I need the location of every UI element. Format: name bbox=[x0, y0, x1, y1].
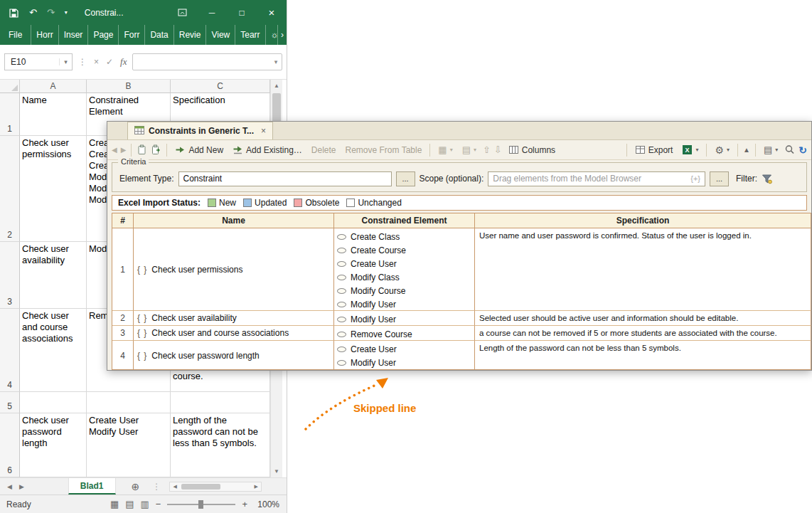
row-header-6[interactable]: 6 bbox=[0, 413, 20, 477]
tab-close-icon[interactable]: × bbox=[261, 126, 266, 136]
element-type-browse-button[interactable]: ... bbox=[396, 171, 415, 186]
element-type-field[interactable]: Constraint bbox=[178, 171, 392, 186]
cell-a4[interactable]: Check user and course associations bbox=[20, 309, 87, 392]
cell-c6[interactable]: Length of the password can not be less t… bbox=[171, 413, 270, 477]
ribbon-overflow-icon[interactable]: › bbox=[278, 25, 287, 45]
element-item[interactable]: Modify User bbox=[337, 356, 471, 369]
search-icon[interactable] bbox=[784, 144, 795, 155]
settings-button[interactable]: ⚙ ▾ bbox=[712, 144, 732, 157]
zoom-slider[interactable] bbox=[167, 499, 235, 509]
zoom-level[interactable]: 100% bbox=[254, 499, 279, 509]
insert-function-icon[interactable]: fx bbox=[120, 56, 127, 68]
forward-icon[interactable]: ▶ bbox=[121, 147, 127, 154]
ribbon-tab-data[interactable]: Data bbox=[145, 25, 173, 45]
tell-me-box[interactable]: ☼ Tell m bbox=[266, 25, 278, 45]
element-item[interactable]: Modify User bbox=[337, 312, 471, 326]
specification-cell[interactable]: User name and user password is confirmed… bbox=[475, 228, 811, 311]
name-box[interactable]: E10 ▾ bbox=[4, 53, 73, 70]
column-header-a[interactable]: A bbox=[20, 80, 87, 93]
move-up-icon[interactable]: ⇧ bbox=[483, 145, 491, 154]
constrained-elements-cell[interactable]: Remove Course bbox=[334, 326, 475, 341]
cell-a2[interactable]: Check user permissions bbox=[20, 136, 87, 242]
ribbon-tab-formulas[interactable]: Forr bbox=[119, 25, 145, 45]
specification-cell[interactable]: Selected user should be active user and … bbox=[475, 311, 811, 326]
filter-funnel-icon[interactable] bbox=[762, 173, 772, 184]
row-number[interactable]: 2 bbox=[112, 311, 134, 326]
element-item[interactable]: Modify Course bbox=[337, 284, 471, 297]
excel-export-icon[interactable]: X ▾ bbox=[679, 143, 701, 157]
row-header-3[interactable]: 3 bbox=[0, 242, 20, 309]
ribbon-tab-home[interactable]: Horr bbox=[31, 25, 58, 45]
header-number[interactable]: # bbox=[112, 213, 134, 228]
settings-dropdown-icon[interactable]: ▾ bbox=[727, 147, 730, 153]
back-icon[interactable]: ◀ bbox=[112, 147, 117, 154]
name-box-dropdown-icon[interactable]: ▾ bbox=[59, 58, 72, 65]
row-number[interactable]: 4 bbox=[112, 341, 134, 370]
paste-icon[interactable] bbox=[151, 144, 161, 155]
scroll-down-icon[interactable]: ▼ bbox=[271, 465, 282, 477]
ribbon-tab-page-layout[interactable]: Page bbox=[88, 25, 119, 45]
horizontal-scroll-thumb[interactable] bbox=[181, 484, 220, 490]
sheet-next-icon[interactable]: ▶ bbox=[19, 483, 24, 490]
export-button[interactable]: Export bbox=[632, 143, 676, 157]
ribbon-tab-team[interactable]: Tearr bbox=[235, 25, 265, 45]
ribbon-display-options-icon[interactable] bbox=[167, 4, 197, 21]
element-item[interactable]: Create Class bbox=[337, 230, 471, 243]
select-all-corner[interactable] bbox=[0, 80, 20, 93]
row-number[interactable]: 3 bbox=[112, 326, 134, 341]
add-existing-button[interactable]: Add Existing… bbox=[230, 143, 305, 157]
element-item[interactable]: Create User bbox=[337, 342, 471, 356]
undo-icon[interactable]: ↶ bbox=[29, 7, 37, 18]
remove-from-table-button[interactable]: Remove From Table bbox=[343, 144, 425, 157]
sheet-tab-blad1[interactable]: Blad1 bbox=[68, 478, 116, 495]
maximize-button[interactable]: □ bbox=[227, 5, 257, 21]
cell-a6[interactable]: Check user password length bbox=[20, 413, 87, 477]
tab-constraints-table[interactable]: Constraints in Generic T... × bbox=[127, 122, 273, 139]
scope-browse-button[interactable]: ... bbox=[710, 171, 729, 186]
refresh-icon[interactable]: ↻ bbox=[798, 145, 807, 155]
element-item[interactable]: Modify User bbox=[337, 297, 471, 311]
cell-a5[interactable] bbox=[20, 392, 87, 413]
specification-cell[interactable]: a course can not be removed if 5 or more… bbox=[475, 326, 811, 341]
element-item[interactable]: Modify Class bbox=[337, 270, 471, 284]
view-mode-dropdown-icon[interactable]: ▾ bbox=[775, 147, 778, 153]
page-break-view-icon[interactable]: ▥ bbox=[141, 499, 149, 509]
cell-a1[interactable]: Name bbox=[20, 93, 87, 136]
zoom-slider-thumb[interactable] bbox=[198, 500, 203, 509]
constrained-elements-cell[interactable]: Create Class Create Course Create User M… bbox=[334, 228, 475, 311]
constrained-elements-cell[interactable]: Modify User bbox=[334, 311, 475, 326]
header-name[interactable]: Name bbox=[134, 213, 334, 228]
copy-icon[interactable] bbox=[137, 144, 147, 155]
add-new-button[interactable]: Add New bbox=[172, 143, 226, 157]
delete-button[interactable]: Delete bbox=[309, 144, 339, 157]
cell-a3[interactable]: Check user availability bbox=[20, 242, 87, 309]
scope-field[interactable]: Drag elements from the Model Browser {+} bbox=[488, 171, 705, 186]
constrained-elements-cell[interactable]: Create User Modify User bbox=[334, 341, 475, 370]
row-header-4[interactable]: 4 bbox=[0, 309, 20, 392]
add-sheet-icon[interactable]: ⊕ bbox=[132, 481, 140, 492]
ungroup-icon[interactable]: ▤▾ bbox=[459, 144, 479, 156]
ribbon-tab-review[interactable]: Revie bbox=[174, 25, 207, 45]
cell-b5[interactable] bbox=[87, 392, 171, 413]
enter-icon[interactable]: ✓ bbox=[106, 57, 113, 67]
header-constrained-element[interactable]: Constrained Element bbox=[334, 213, 475, 228]
element-item[interactable]: Remove Course bbox=[337, 327, 471, 341]
close-button[interactable]: × bbox=[257, 4, 287, 21]
horizontal-scroll-track[interactable] bbox=[180, 482, 251, 491]
specification-cell[interactable]: Length of the password can not be less t… bbox=[475, 341, 811, 370]
constraint-name-cell[interactable]: { } Check user password length bbox=[134, 341, 334, 370]
cancel-icon[interactable]: × bbox=[94, 57, 99, 67]
horizontal-scrollbar[interactable]: ◀ ▶ bbox=[169, 482, 262, 492]
ribbon-tab-file[interactable]: File bbox=[0, 25, 31, 45]
page-layout-view-icon[interactable]: ▤ bbox=[125, 499, 134, 509]
scroll-up-icon[interactable]: ▲ bbox=[271, 80, 282, 92]
sheet-prev-icon[interactable]: ◀ bbox=[7, 483, 12, 490]
row-number[interactable]: 1 bbox=[112, 228, 134, 311]
row-header-1[interactable]: 1 bbox=[0, 93, 20, 136]
scroll-right-icon[interactable]: ▶ bbox=[251, 484, 261, 490]
constraint-name-cell[interactable]: { } Check user permissions bbox=[134, 228, 334, 311]
constraint-name-cell[interactable]: { } Check user and course associations bbox=[134, 326, 334, 341]
redo-icon[interactable]: ↷ bbox=[47, 7, 55, 18]
scope-insert-icon[interactable]: {+} bbox=[686, 174, 700, 183]
zoom-out-icon[interactable]: − bbox=[156, 499, 161, 509]
